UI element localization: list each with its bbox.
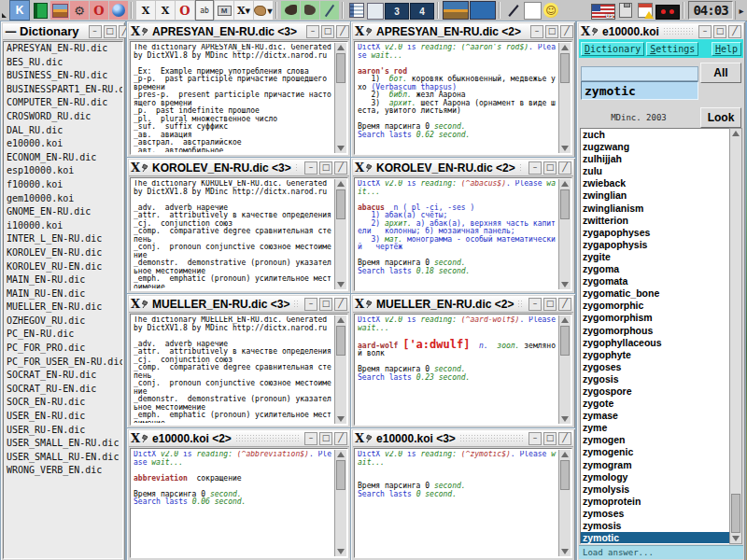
- dictionary-file-item[interactable]: KOROLEV_EN-RU.dic: [4, 246, 122, 260]
- kde-menu-icon[interactable]: K: [9, 0, 30, 21]
- window-title-bar[interactable]: XAPRESYAN_EN-RU.dic <2>–□╱: [353, 23, 573, 40]
- xterm-menu-icon[interactable]: X▾: [234, 1, 253, 20]
- scrollbar[interactable]: [558, 315, 571, 424]
- scrollbar[interactable]: [334, 315, 346, 424]
- output-text-area[interactable]: DictX v2.0 is reading: (^abbreviation$).…: [130, 448, 348, 558]
- scrollbar-thumb[interactable]: [336, 326, 345, 356]
- maximize-button[interactable]: □: [319, 432, 332, 445]
- dictionary-file-item[interactable]: PC_EN-RU.dic: [4, 328, 122, 342]
- window-pin-icon[interactable]: X: [581, 24, 599, 38]
- scroll-up-icon[interactable]: [337, 317, 345, 323]
- resize-button[interactable]: ╱: [334, 161, 347, 175]
- wallpaper-icon[interactable]: [50, 1, 69, 20]
- us-flag-icon[interactable]: us: [591, 4, 615, 20]
- word-list-item[interactable]: zygomorphism: [581, 312, 732, 324]
- word-list-item[interactable]: zwitterion: [581, 215, 732, 227]
- word-list-item[interactable]: zymogen: [581, 434, 732, 446]
- window-title-bar[interactable]: XMUELLER_EN-RU.dic <2>–□╱: [353, 296, 573, 313]
- blank-canvas-icon[interactable]: [524, 2, 542, 20]
- scroll-down-icon[interactable]: [337, 416, 345, 422]
- dictionary-file-item[interactable]: f10000.koi: [4, 178, 122, 192]
- word-list-item[interactable]: zwinglian: [581, 189, 732, 202]
- dictionary-file-item[interactable]: e10000.koi: [4, 137, 122, 151]
- menu-settings[interactable]: Settings: [646, 42, 698, 56]
- sidebar-title-bar[interactable]: — Dictionary – □ ╱: [3, 23, 123, 40]
- scrollbar[interactable]: [334, 43, 346, 153]
- scroll-down-icon[interactable]: [561, 282, 569, 287]
- maximize-button[interactable]: □: [713, 25, 726, 38]
- dictionary-file-item[interactable]: ECONOM_EN-RU.dic: [4, 151, 122, 165]
- maximize-button[interactable]: □: [543, 161, 557, 175]
- lcd-clock-icon[interactable]: 04:03: [688, 1, 733, 20]
- dictionary-file-item[interactable]: INTER_L_EN-RU.dic: [4, 232, 122, 246]
- window-title-bar[interactable]: XKOROLEV_EN-RU.dic <3>–□╱: [129, 160, 349, 176]
- dictionary-file-item[interactable]: i10000.koi: [4, 219, 122, 233]
- word-list-item[interactable]: zugzwang: [581, 141, 732, 153]
- window-pin-icon[interactable]: X: [355, 431, 374, 445]
- window-title-bar[interactable]: XKOROLEV_EN-RU.dic <2>–□╱: [353, 160, 573, 176]
- scrollbar[interactable]: [334, 179, 346, 289]
- resize-button[interactable]: ╱: [336, 25, 349, 38]
- minimize-button[interactable]: –: [529, 298, 542, 311]
- pet-dog-icon[interactable]: [281, 1, 300, 20]
- word-list-item[interactable]: zygapophysis: [581, 239, 732, 251]
- minimize-button[interactable]: –: [529, 432, 542, 445]
- word-list-item[interactable]: zymosis: [581, 520, 732, 532]
- resize-button[interactable]: ╱: [334, 432, 347, 445]
- scrollbar[interactable]: [558, 43, 571, 153]
- word-list-item[interactable]: zygophyllaceous: [581, 337, 732, 349]
- scroll-down-icon[interactable]: [561, 146, 569, 151]
- window-title-bar[interactable]: Xe10000.koi <2>–□╱: [129, 430, 349, 447]
- pager-current-icon[interactable]: [367, 3, 384, 20]
- word-list-item[interactable]: zymoprotein: [581, 496, 732, 508]
- scroll-up-icon[interactable]: [337, 181, 345, 187]
- xterm-d-icon[interactable]: X: [156, 1, 175, 20]
- panel-title-bar[interactable]: X e10000.koi – □ ╱: [579, 23, 743, 40]
- word-list-item[interactable]: zymase: [581, 410, 732, 422]
- minimize-button[interactable]: –: [304, 298, 317, 311]
- pager-desk4-icon[interactable]: 4: [410, 3, 434, 20]
- word-list-item[interactable]: zygomorphous: [581, 325, 732, 337]
- window-pin-icon[interactable]: X: [355, 24, 374, 38]
- scroll-down-icon[interactable]: [732, 536, 740, 541]
- minimize-button[interactable]: –: [529, 161, 542, 175]
- window-title-bar[interactable]: XMUELLER_EN-RU.dic <3>–□╱: [129, 296, 349, 313]
- window-menu-icon[interactable]: —: [5, 24, 17, 38]
- dictionary-file-item[interactable]: WRONG_VERB_EN.dic: [4, 464, 122, 478]
- dictionary-file-item[interactable]: PC_FOR_PRO.dic: [4, 342, 122, 356]
- word-list-item[interactable]: zymogram: [581, 459, 732, 471]
- word-list-item[interactable]: zygapophyses: [581, 227, 732, 239]
- menu-arrow-icon[interactable]: [1, 1, 8, 20]
- resize-button[interactable]: ╱: [560, 25, 573, 38]
- scrollbar-thumb[interactable]: [336, 53, 345, 83]
- word-list-item[interactable]: zygophyte: [581, 349, 732, 361]
- word-list-item[interactable]: zygosis: [581, 373, 732, 385]
- resize-button[interactable]: ╱: [558, 161, 571, 175]
- maximize-button[interactable]: □: [319, 298, 332, 311]
- alarm-eyes-icon[interactable]: [655, 5, 680, 20]
- scrollbar-thumb[interactable]: [336, 189, 345, 219]
- clipboard-icon[interactable]: [616, 1, 635, 20]
- dictionary-file-item[interactable]: USER_RU-EN.dic: [4, 424, 122, 438]
- scrollbar-thumb[interactable]: [560, 326, 570, 356]
- expand-arrow-icon[interactable]: ▸: [735, 1, 747, 20]
- minimize-button[interactable]: –: [304, 161, 317, 175]
- word-list[interactable]: zuchzugzwangzulhijjahzuluzwiebackzwingli…: [580, 128, 733, 544]
- dictionary-file-item[interactable]: BUSINESS_EN-RU.dic: [4, 69, 122, 83]
- scroll-down-icon[interactable]: [337, 549, 345, 554]
- output-text-area[interactable]: The dictionary KOROLEV_EN-RU.dic. Genera…: [130, 177, 348, 291]
- word-list-item[interactable]: zymolysis: [581, 483, 732, 496]
- word-list-item[interactable]: zyme: [581, 422, 732, 434]
- help-book-icon[interactable]: [31, 1, 49, 20]
- output-text-area[interactable]: DictX v2.0 is reading: (^zymotic$). Plea…: [354, 448, 572, 558]
- output-text-area[interactable]: The dictionary MUELLER_EN-RU.dic. Genera…: [130, 314, 348, 426]
- dictionary-file-item[interactable]: COMPUTER_EN-RU.dic: [4, 96, 122, 110]
- scrollbar[interactable]: [558, 450, 571, 556]
- minimize-button[interactable]: –: [698, 25, 712, 38]
- dictionary-file-item[interactable]: MAIN_RU-EN.dic: [4, 287, 122, 301]
- wallpaper-thumb-icon[interactable]: [443, 1, 469, 20]
- word-list-item[interactable]: zwinglianism: [581, 203, 732, 215]
- window-pin-icon[interactable]: X: [355, 297, 374, 311]
- maximize-button[interactable]: □: [543, 432, 557, 445]
- output-text-area[interactable]: DictX v2.0 is reading: (^aaron's rod$). …: [354, 41, 572, 155]
